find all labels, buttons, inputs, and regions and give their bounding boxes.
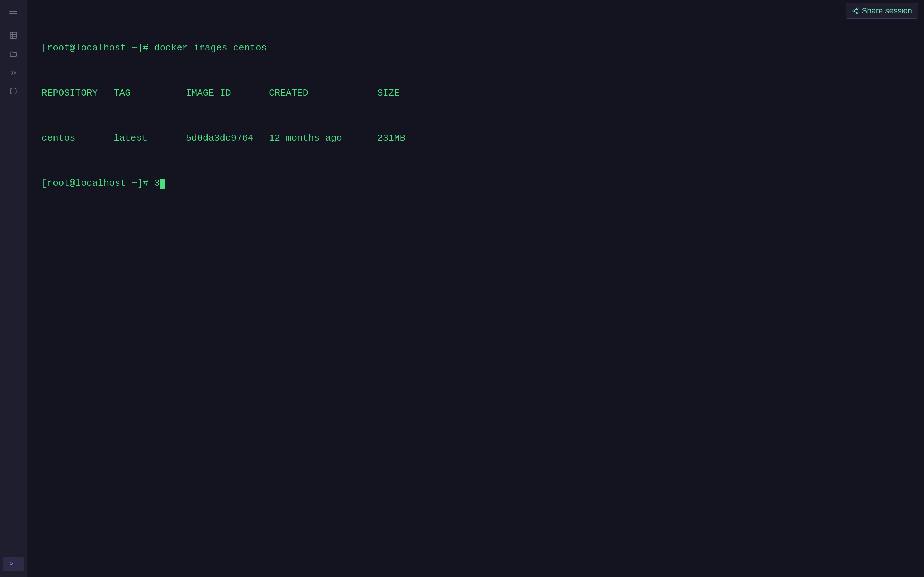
col-imageid-header: IMAGE ID xyxy=(186,86,269,101)
menu-icon[interactable] xyxy=(5,6,21,22)
col-size-header: SIZE xyxy=(377,86,431,101)
svg-point-6 xyxy=(856,12,858,14)
forward-svg xyxy=(10,69,17,77)
forward-icon[interactable] xyxy=(5,65,21,81)
current-prompt-line: [root@localhost ~]# 3 xyxy=(42,176,909,191)
cursor xyxy=(160,179,165,189)
col-repository-header: REPOSITORY xyxy=(42,86,114,101)
terminal-area[interactable]: [root@localhost ~]# docker images centos… xyxy=(27,0,924,577)
main-content: Share session [root@localhost ~]# docker… xyxy=(27,0,924,577)
col-created-header: CREATED xyxy=(269,86,377,101)
folder-svg xyxy=(10,50,17,58)
terminal-header-row: REPOSITORYTAGIMAGE IDCREATEDSIZE xyxy=(42,86,909,101)
folder-icon[interactable] xyxy=(5,46,21,62)
svg-point-5 xyxy=(853,10,855,12)
braces-icon[interactable] xyxy=(5,84,21,100)
command-line: [root@localhost ~]# docker images centos xyxy=(42,41,909,56)
col-tag-header: TAG xyxy=(114,86,186,101)
terminal-tab-label: >_ xyxy=(10,561,16,567)
hamburger-icon xyxy=(10,11,17,16)
current-input: 3 xyxy=(154,178,160,189)
terminal-tab[interactable]: >_ xyxy=(3,557,24,571)
share-icon xyxy=(852,7,859,15)
col-imageid-value: 5d0da3dc9764 xyxy=(186,131,269,146)
sidebar-bottom: >_ xyxy=(0,557,27,571)
terminal-data-row: centoslatest5d0da3dc976412 months ago231… xyxy=(42,131,909,146)
col-repository-value: centos xyxy=(42,131,114,146)
table-icon[interactable] xyxy=(5,27,21,43)
svg-line-7 xyxy=(855,11,856,12)
svg-point-4 xyxy=(856,8,858,10)
svg-line-8 xyxy=(855,9,856,10)
topbar: Share session xyxy=(840,0,924,22)
braces-svg xyxy=(10,88,17,95)
sidebar: >_ xyxy=(0,0,27,577)
share-session-label: Share session xyxy=(862,6,912,16)
col-tag-value: latest xyxy=(114,131,186,146)
svg-rect-0 xyxy=(10,32,16,39)
col-created-value: 12 months ago xyxy=(269,131,377,146)
table-svg xyxy=(10,31,17,39)
col-size-value: 231MB xyxy=(377,131,431,146)
prompt-text: [root@localhost ~]# xyxy=(42,178,154,189)
share-session-button[interactable]: Share session xyxy=(846,3,918,19)
